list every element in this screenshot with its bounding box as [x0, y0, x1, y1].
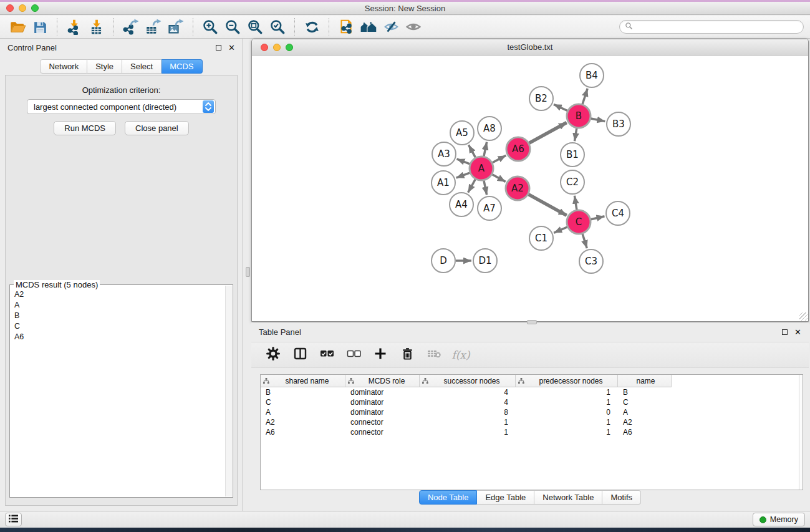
graph-node-B1[interactable]: B1: [561, 143, 584, 167]
graph-node-A7[interactable]: A7: [478, 196, 501, 220]
refresh-button[interactable]: [301, 17, 323, 36]
search-input[interactable]: [636, 22, 798, 31]
import-network-button[interactable]: [63, 17, 85, 36]
graph-node-B2[interactable]: B2: [529, 87, 553, 110]
graph-node-C4[interactable]: C4: [606, 201, 630, 225]
edge-A2-C[interactable]: [529, 195, 567, 216]
zoom-selected-button[interactable]: [266, 17, 289, 36]
graph-node-D1[interactable]: D1: [473, 249, 497, 273]
delete-table-button[interactable]: [423, 345, 445, 365]
edge-A-A3[interactable]: [457, 159, 470, 164]
edge-A-A8[interactable]: [484, 142, 487, 157]
column-header-shared-name[interactable]: shared name: [261, 375, 345, 387]
split-view-button[interactable]: [289, 345, 311, 365]
edge-B-B1[interactable]: [575, 128, 577, 142]
export-image-button[interactable]: [165, 17, 187, 36]
criterion-select[interactable]: largest connected component (directed): [27, 99, 216, 114]
table-row[interactable]: A2connector11A2: [261, 417, 803, 427]
result-scrollbar[interactable]: [225, 286, 232, 496]
import-table-button[interactable]: [85, 17, 108, 36]
edge-A-A6[interactable]: [493, 155, 506, 163]
network-window-titlebar[interactable]: testGlobe.txt: [252, 39, 808, 56]
mcds-result-item[interactable]: A: [11, 299, 224, 310]
table-tab-edge-table[interactable]: Edge Table: [477, 490, 534, 505]
tab-network[interactable]: Network: [40, 59, 87, 74]
column-header-successor-nodes[interactable]: successor nodes: [420, 375, 516, 387]
column-header-name[interactable]: name: [618, 375, 672, 387]
edge-C-C1[interactable]: [554, 227, 567, 233]
save-session-button[interactable]: [29, 17, 51, 36]
zoom-out-button[interactable]: [221, 17, 244, 36]
table-tab-node-table[interactable]: Node Table: [419, 490, 478, 505]
export-table-button[interactable]: [142, 17, 165, 36]
edge-A-A5[interactable]: [469, 145, 476, 157]
edge-A6-B[interactable]: [529, 123, 567, 143]
graph-node-A2[interactable]: A2: [506, 177, 529, 200]
graph-node-B3[interactable]: B3: [607, 112, 630, 136]
zoom-fit-button[interactable]: [244, 17, 266, 36]
graph-node-A4[interactable]: A4: [450, 193, 473, 216]
eye-button[interactable]: [402, 17, 425, 36]
close-table-panel-icon[interactable]: ✕: [794, 328, 801, 336]
search-box[interactable]: [619, 20, 804, 34]
resize-grip-icon[interactable]: [799, 312, 808, 321]
graph-node-C1[interactable]: C1: [529, 226, 553, 250]
graph-node-C3[interactable]: C3: [579, 249, 603, 273]
close-network-button[interactable]: [261, 44, 268, 51]
zoom-network-button[interactable]: [286, 44, 293, 51]
graph-node-C2[interactable]: C2: [561, 170, 584, 194]
graph-node-C[interactable]: C: [567, 210, 591, 234]
network-canvas[interactable]: B4B2BB3A8A5A6A3B1AC2A1A2A4A7C4CC1DD1C3: [252, 56, 808, 321]
edge-A-A2[interactable]: [493, 175, 506, 182]
delete-column-button[interactable]: [397, 345, 418, 365]
float-table-panel-icon[interactable]: [782, 329, 788, 335]
mcds-result-item[interactable]: A2: [11, 289, 224, 299]
table-tab-motifs[interactable]: Motifs: [602, 490, 641, 505]
edge-C-C2[interactable]: [574, 196, 577, 210]
graph-node-A8[interactable]: A8: [478, 117, 501, 140]
float-panel-icon[interactable]: [216, 45, 221, 51]
vertical-splitter-grip[interactable]: [246, 267, 250, 277]
column-header-mcds-role[interactable]: MCDS role: [345, 375, 420, 387]
close-window-button[interactable]: [6, 4, 14, 12]
add-column-button[interactable]: [370, 345, 391, 365]
edge-A-A1[interactable]: [456, 173, 470, 178]
table-row[interactable]: Adominator80A: [261, 407, 803, 417]
graph-node-A5[interactable]: A5: [450, 121, 474, 145]
minimize-window-button[interactable]: [19, 4, 26, 12]
graph-node-A3[interactable]: A3: [432, 142, 456, 166]
task-history-button[interactable]: [5, 513, 22, 526]
column-header-predecessor-nodes[interactable]: predecessor nodes: [516, 375, 618, 387]
mcds-result-item[interactable]: A6: [11, 331, 224, 342]
function-builder-button[interactable]: f(x): [450, 345, 471, 365]
run-mcds-button[interactable]: Run MCDS: [54, 121, 116, 135]
graph-node-A[interactable]: A: [470, 157, 493, 180]
zoom-in-button[interactable]: [199, 17, 221, 36]
network-graph[interactable]: B4B2BB3A8A5A6A3B1AC2A1A2A4A7C4CC1DD1C3: [252, 56, 808, 321]
graph-node-A6[interactable]: A6: [506, 137, 530, 161]
graph-node-D[interactable]: D: [432, 249, 455, 273]
document-share-button[interactable]: [335, 17, 357, 36]
graph-node-B[interactable]: B: [567, 104, 591, 128]
graph-node-A1[interactable]: A1: [432, 171, 455, 195]
edge-A-A4[interactable]: [468, 180, 476, 193]
edge-C-C4[interactable]: [591, 216, 605, 220]
open-session-button[interactable]: [6, 17, 29, 36]
table-tab-network-table[interactable]: Network Table: [534, 490, 602, 505]
table-row[interactable]: A6connector11A6: [261, 427, 803, 437]
zoom-window-button[interactable]: [31, 4, 39, 12]
table-scrollbar[interactable]: [799, 375, 803, 490]
edge-B-B2[interactable]: [554, 104, 567, 110]
mcds-result-item[interactable]: C: [11, 321, 224, 331]
mcds-result-item[interactable]: B: [11, 310, 224, 321]
graph-node-B4[interactable]: B4: [580, 64, 604, 87]
table-row[interactable]: Bdominator41B: [261, 387, 803, 397]
tab-select[interactable]: Select: [122, 59, 162, 74]
edge-A-A7[interactable]: [484, 181, 487, 195]
edge-B-B4[interactable]: [582, 89, 587, 104]
export-network-button[interactable]: [120, 17, 142, 36]
tab-style[interactable]: Style: [87, 59, 122, 74]
horizontal-splitter-grip[interactable]: [527, 320, 537, 324]
deselect-all-checkbox-button[interactable]: [343, 345, 364, 365]
houses-button[interactable]: [357, 17, 380, 36]
